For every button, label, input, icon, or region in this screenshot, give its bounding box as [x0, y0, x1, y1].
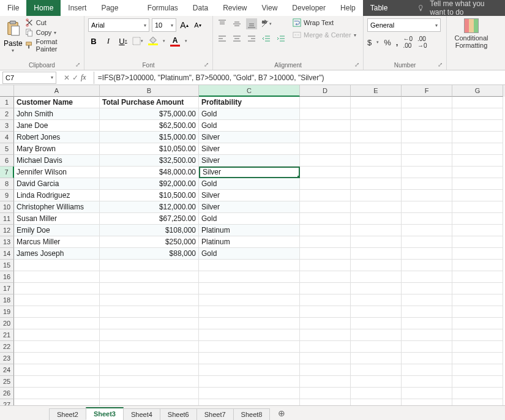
- cell[interactable]: [199, 376, 300, 388]
- tell-me-search[interactable]: Tell me what you want to do: [410, 0, 505, 16]
- cell[interactable]: [300, 283, 351, 294]
- cell[interactable]: Marcus Miller: [14, 236, 100, 248]
- cell[interactable]: James Joseph: [14, 248, 100, 260]
- menu-developer[interactable]: Developer: [285, 0, 333, 16]
- cell[interactable]: [199, 364, 300, 376]
- sheet-tab-sheet6[interactable]: Sheet6: [160, 408, 197, 420]
- cell[interactable]: Profitability: [199, 97, 300, 108]
- cell[interactable]: [100, 271, 199, 283]
- cell[interactable]: [452, 376, 503, 388]
- text-color-button[interactable]: A: [169, 36, 181, 47]
- cell[interactable]: [100, 364, 199, 376]
- cell[interactable]: [300, 201, 351, 213]
- cell[interactable]: Emily Doe: [14, 225, 100, 236]
- number-format-select[interactable]: General▾: [367, 18, 441, 32]
- row-header[interactable]: 23: [0, 353, 14, 364]
- cell[interactable]: [351, 132, 402, 143]
- align-middle-button[interactable]: [231, 18, 242, 29]
- col-header-f[interactable]: F: [402, 85, 452, 97]
- cell[interactable]: [402, 213, 452, 225]
- cell[interactable]: [402, 388, 452, 399]
- cell[interactable]: [300, 155, 351, 167]
- increase-indent-button[interactable]: [275, 33, 286, 44]
- cell[interactable]: [199, 283, 300, 294]
- cell[interactable]: [452, 143, 503, 155]
- cell[interactable]: [452, 108, 503, 120]
- cell[interactable]: [402, 225, 452, 236]
- select-all-corner[interactable]: [0, 85, 14, 97]
- italic-button[interactable]: I: [103, 36, 114, 47]
- cell[interactable]: [351, 364, 402, 376]
- chevron-down-icon[interactable]: ▾: [163, 39, 165, 43]
- cut-button[interactable]: Cut: [25, 18, 80, 27]
- cell[interactable]: [452, 225, 503, 236]
- cell[interactable]: [199, 353, 300, 364]
- cell[interactable]: [452, 329, 503, 341]
- fx-icon[interactable]: fx: [81, 73, 86, 82]
- cell[interactable]: [402, 376, 452, 388]
- menu-help[interactable]: Help: [333, 0, 363, 16]
- cell[interactable]: Platinum: [199, 225, 300, 236]
- sheet-tab-sheet7[interactable]: Sheet7: [196, 408, 234, 420]
- cell[interactable]: [402, 236, 452, 248]
- cell[interactable]: Mary Brown: [14, 143, 100, 155]
- cell[interactable]: [402, 294, 452, 306]
- cell[interactable]: [452, 201, 503, 213]
- cell[interactable]: $88,000: [100, 248, 199, 260]
- cell[interactable]: [402, 341, 452, 353]
- cell[interactable]: [351, 260, 402, 271]
- alignment-dialog-launcher[interactable]: ⤢: [354, 61, 362, 69]
- cell[interactable]: [300, 178, 351, 190]
- increase-font-button[interactable]: A▴: [179, 20, 190, 31]
- cell[interactable]: [14, 364, 100, 376]
- cell[interactable]: [351, 388, 402, 399]
- cell[interactable]: [402, 260, 452, 271]
- cell[interactable]: [351, 318, 402, 329]
- row-header[interactable]: 1: [0, 97, 14, 108]
- cell[interactable]: [402, 353, 452, 364]
- number-dialog-launcher[interactable]: ⤢: [438, 61, 445, 69]
- cell[interactable]: [100, 294, 199, 306]
- cell[interactable]: [452, 155, 503, 167]
- row-header[interactable]: 6: [0, 155, 14, 167]
- cell[interactable]: [300, 329, 351, 341]
- row-header[interactable]: 13: [0, 236, 14, 248]
- cell[interactable]: [300, 271, 351, 283]
- cell[interactable]: John Smith: [14, 108, 100, 120]
- cell[interactable]: [300, 248, 351, 260]
- cell[interactable]: [100, 376, 199, 388]
- cell[interactable]: [351, 201, 402, 213]
- cell[interactable]: [452, 353, 503, 364]
- formula-input[interactable]: =IFS(B7>100000, "Platinum", B7>50000, "G…: [94, 72, 505, 84]
- cell[interactable]: [199, 271, 300, 283]
- cell[interactable]: [300, 108, 351, 120]
- cell[interactable]: [452, 271, 503, 283]
- cancel-formula-icon[interactable]: ✕: [64, 73, 70, 82]
- cell[interactable]: [351, 353, 402, 364]
- clipboard-dialog-launcher[interactable]: ⤢: [75, 61, 83, 69]
- cell[interactable]: $92,000.00: [100, 178, 199, 190]
- cell[interactable]: [351, 329, 402, 341]
- conditional-formatting-button[interactable]: Conditional Formatting: [451, 18, 492, 49]
- cell[interactable]: [300, 167, 351, 178]
- cell[interactable]: Silver: [199, 132, 300, 143]
- cell[interactable]: [300, 341, 351, 353]
- cell[interactable]: $250,000: [100, 236, 199, 248]
- cell[interactable]: $75,000.00: [100, 108, 199, 120]
- cell[interactable]: Gold: [199, 248, 300, 260]
- align-left-button[interactable]: [217, 33, 228, 44]
- sheet-tab-sheet3[interactable]: Sheet3: [86, 407, 124, 420]
- cell[interactable]: Silver: [199, 190, 300, 201]
- cell[interactable]: [351, 120, 402, 132]
- cell[interactable]: [452, 248, 503, 260]
- sheet-tab-sheet4[interactable]: Sheet4: [123, 408, 160, 420]
- cell[interactable]: Susan Miller: [14, 213, 100, 225]
- cell[interactable]: [300, 294, 351, 306]
- menu-formulas[interactable]: Formulas: [140, 0, 185, 16]
- align-top-button[interactable]: [217, 18, 228, 29]
- cell[interactable]: [351, 143, 402, 155]
- cell[interactable]: [402, 271, 452, 283]
- copy-button[interactable]: Copy ▾: [25, 28, 80, 37]
- row-header[interactable]: 19: [0, 306, 14, 318]
- cell[interactable]: $67,250.00: [100, 213, 199, 225]
